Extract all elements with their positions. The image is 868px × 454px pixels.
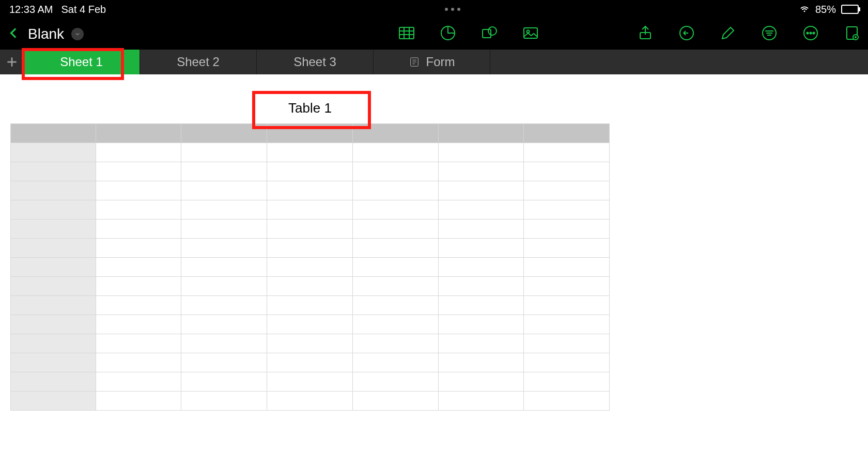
row-header[interactable] [11,353,96,372]
cell[interactable] [96,162,181,181]
row-header[interactable] [11,296,96,315]
row-header[interactable] [11,277,96,296]
table-corner-header[interactable] [11,124,96,143]
cell[interactable] [96,334,181,353]
cell[interactable] [267,239,353,258]
cell[interactable] [181,353,267,372]
cell[interactable] [524,181,610,200]
cell[interactable] [96,392,181,411]
cell[interactable] [181,181,267,200]
cell[interactable] [524,372,610,392]
cell[interactable] [181,143,267,162]
row-header[interactable] [11,181,96,200]
cell[interactable] [352,181,438,200]
cell[interactable] [524,353,610,372]
cell[interactable] [267,162,353,181]
cell[interactable] [438,372,524,392]
cell[interactable] [267,220,353,239]
cell[interactable] [181,392,267,411]
cell[interactable] [524,200,610,220]
cell[interactable] [96,372,181,392]
column-header[interactable] [438,124,524,143]
cell[interactable] [352,220,438,239]
cell[interactable] [438,296,524,315]
insert-table-icon[interactable] [398,24,415,44]
cell[interactable] [96,220,181,239]
cell[interactable] [352,258,438,277]
cell[interactable] [96,200,181,220]
insert-media-icon[interactable] [522,24,539,44]
cell[interactable] [96,296,181,315]
cell[interactable] [352,372,438,392]
table-title[interactable]: Table 1 [10,100,610,116]
cell[interactable] [267,315,353,334]
cell[interactable] [438,334,524,353]
column-header[interactable] [352,124,438,143]
cell[interactable] [181,315,267,334]
cell[interactable] [181,162,267,181]
cell[interactable] [181,334,267,353]
cell[interactable] [181,200,267,220]
tab-sheet-1[interactable]: Sheet 1 [23,50,140,74]
tab-sheet-2[interactable]: Sheet 2 [140,50,257,74]
cell[interactable] [352,392,438,411]
cell[interactable] [96,239,181,258]
row-header[interactable] [11,239,96,258]
cell[interactable] [352,200,438,220]
cell[interactable] [438,162,524,181]
organize-icon[interactable] [761,24,778,44]
cell[interactable] [267,392,353,411]
back-button[interactable] [7,26,21,42]
row-header[interactable] [11,143,96,162]
cell[interactable] [181,220,267,239]
cell[interactable] [352,315,438,334]
cell[interactable] [438,315,524,334]
cell[interactable] [181,258,267,277]
row-header[interactable] [11,258,96,277]
cell[interactable] [96,258,181,277]
cell[interactable] [524,258,610,277]
tab-form[interactable]: Form [374,50,490,74]
cell[interactable] [267,258,353,277]
cell[interactable] [352,239,438,258]
format-brush-icon[interactable] [719,24,737,44]
cell[interactable] [352,334,438,353]
cell[interactable] [181,277,267,296]
cell[interactable] [524,296,610,315]
row-header[interactable] [11,315,96,334]
cell[interactable] [267,372,353,392]
cell[interactable] [267,353,353,372]
cell[interactable] [352,353,438,372]
cell[interactable] [96,277,181,296]
column-header[interactable] [181,124,267,143]
document-menu-chevron[interactable] [71,28,84,40]
insert-shape-icon[interactable] [481,24,498,44]
cell[interactable] [524,315,610,334]
cell[interactable] [438,200,524,220]
cell[interactable] [267,277,353,296]
cell[interactable] [96,181,181,200]
cell[interactable] [352,277,438,296]
cell[interactable] [524,334,610,353]
row-header[interactable] [11,220,96,239]
tab-sheet-3[interactable]: Sheet 3 [257,50,374,74]
cell[interactable] [181,372,267,392]
cell[interactable] [438,181,524,200]
spreadsheet-table[interactable] [10,123,610,411]
row-header[interactable] [11,334,96,353]
more-icon[interactable] [802,24,819,44]
cell[interactable] [267,200,353,220]
cell[interactable] [181,296,267,315]
cell[interactable] [181,239,267,258]
row-header[interactable] [11,372,96,392]
cell[interactable] [438,258,524,277]
undo-icon[interactable] [678,24,695,44]
cell[interactable] [267,334,353,353]
cell[interactable] [438,277,524,296]
cell[interactable] [524,277,610,296]
cell[interactable] [267,143,353,162]
cell[interactable] [352,162,438,181]
cell[interactable] [524,220,610,239]
cell[interactable] [524,239,610,258]
cell[interactable] [352,143,438,162]
